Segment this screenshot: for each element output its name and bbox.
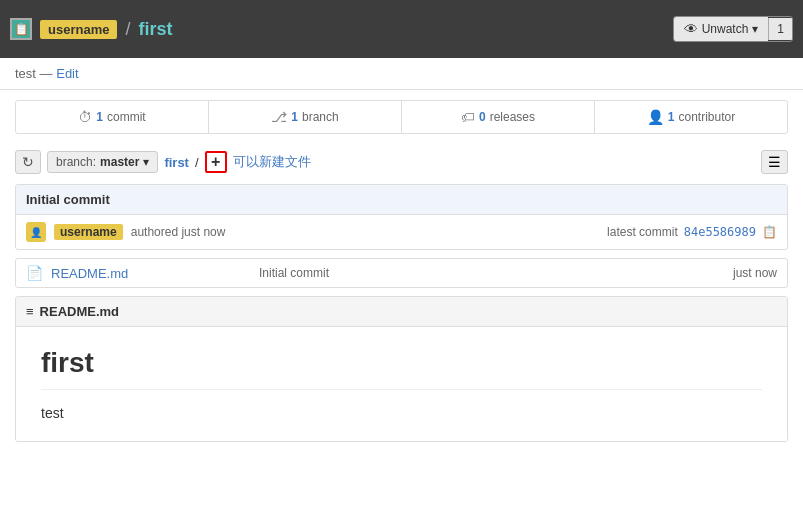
header: 📋 username / first 👁 Unwatch ▾ 1 xyxy=(0,0,803,58)
unwatch-label: Unwatch xyxy=(702,22,749,36)
readme-body: first test xyxy=(16,327,787,441)
list-view-button[interactable]: ☰ xyxy=(761,150,788,174)
repo-description: test xyxy=(15,66,36,81)
branch-count: 1 xyxy=(291,110,298,124)
unwatch-count[interactable]: 1 xyxy=(768,18,792,40)
branch-chevron-icon: ▾ xyxy=(143,155,149,169)
stat-commits[interactable]: ⏱ 1 commit xyxy=(16,101,209,133)
toolbar: ↻ branch: master ▾ first / + 可以新建文件 ☰ xyxy=(0,144,803,180)
branch-selector[interactable]: branch: master ▾ xyxy=(47,151,158,173)
sub-header: test — Edit xyxy=(0,58,803,90)
readme-header-label: README.md xyxy=(40,304,119,319)
branch-prefix-label: branch: xyxy=(56,155,96,169)
branch-label: branch xyxy=(302,110,339,124)
releases-count: 0 xyxy=(479,110,486,124)
file-icon: 📄 xyxy=(26,265,43,281)
commit-time: authored just now xyxy=(131,225,226,239)
contributor-count: 1 xyxy=(668,110,675,124)
stat-releases[interactable]: 🏷 0 releases xyxy=(402,101,595,133)
separator: — xyxy=(40,66,57,81)
unwatch-button-group: 👁 Unwatch ▾ 1 xyxy=(673,16,793,42)
readme-section: ≡ README.md first test xyxy=(15,296,788,442)
edit-link[interactable]: Edit xyxy=(56,66,78,81)
author-name[interactable]: username xyxy=(54,224,123,240)
header-left: 📋 username / first xyxy=(10,18,172,40)
branch-icon: ⎇ xyxy=(271,109,287,125)
contributor-icon: 👤 xyxy=(647,109,664,125)
commit-count: 1 xyxy=(96,110,103,124)
stat-branches[interactable]: ⎇ 1 branch xyxy=(209,101,402,133)
file-table: 📄 README.md Initial commit just now xyxy=(15,258,788,288)
breadcrumb-path: first xyxy=(164,155,189,170)
eye-icon: 👁 xyxy=(684,21,698,37)
chevron-icon: ▾ xyxy=(752,22,758,36)
commit-icon: ⏱ xyxy=(78,109,92,125)
file-time: just now xyxy=(733,266,777,280)
commit-meta: 👤 username authored just now latest comm… xyxy=(16,215,787,249)
hash-prefix-label: latest commit xyxy=(607,225,678,239)
readme-title: first xyxy=(41,347,762,390)
table-row: 📄 README.md Initial commit just now xyxy=(16,259,787,287)
releases-label: releases xyxy=(490,110,535,124)
readme-header-icon: ≡ xyxy=(26,304,34,319)
breadcrumb-separator: / xyxy=(195,155,199,170)
stat-contributors[interactable]: 👤 1 contributor xyxy=(595,101,787,133)
commit-section: Initial commit 👤 username authored just … xyxy=(15,184,788,250)
commit-hash[interactable]: 84e5586989 xyxy=(684,225,756,239)
header-slash: / xyxy=(125,19,130,40)
contributor-label: contributor xyxy=(678,110,735,124)
file-name-link[interactable]: README.md xyxy=(51,266,251,281)
copy-icon[interactable]: 📋 xyxy=(762,225,777,239)
readme-text: test xyxy=(41,405,762,421)
readme-header: ≡ README.md xyxy=(16,297,787,327)
repo-icon: 📋 xyxy=(10,18,32,40)
commit-message: Initial commit xyxy=(16,185,787,215)
repo-name-link[interactable]: first xyxy=(138,19,172,40)
commit-hash-area: latest commit 84e5586989 📋 xyxy=(607,225,777,239)
commit-label: commit xyxy=(107,110,146,124)
file-commit-msg: Initial commit xyxy=(259,266,725,280)
repo-owner: username xyxy=(40,20,117,39)
releases-icon: 🏷 xyxy=(461,109,475,125)
branch-name-label: master xyxy=(100,155,139,169)
add-file-button[interactable]: + xyxy=(205,151,227,173)
stats-row: ⏱ 1 commit ⎇ 1 branch 🏷 0 releases 👤 1 c… xyxy=(15,100,788,134)
create-file-label[interactable]: 可以新建文件 xyxy=(233,153,311,171)
refresh-button[interactable]: ↻ xyxy=(15,150,41,174)
avatar: 👤 xyxy=(26,222,46,242)
unwatch-main-button[interactable]: 👁 Unwatch ▾ xyxy=(674,17,769,41)
